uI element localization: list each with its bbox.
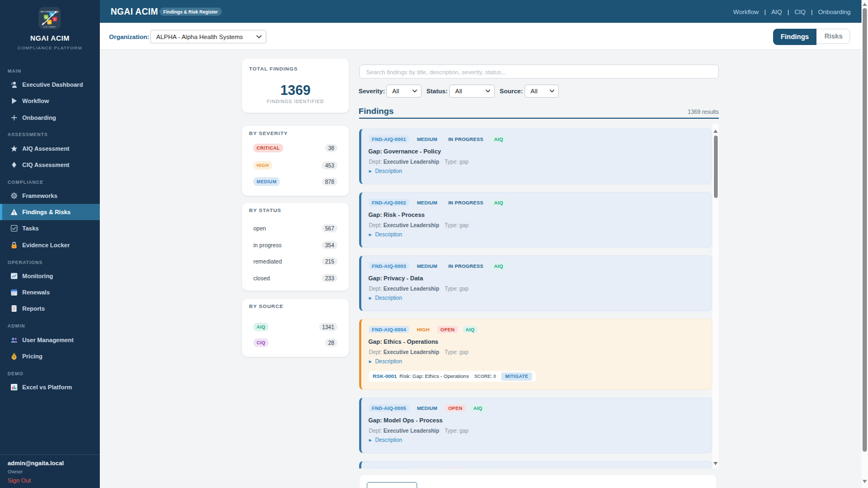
svg-text:SOFTWARE: SOFTWARE (43, 26, 56, 28)
svg-text:$: $ (13, 355, 15, 358)
